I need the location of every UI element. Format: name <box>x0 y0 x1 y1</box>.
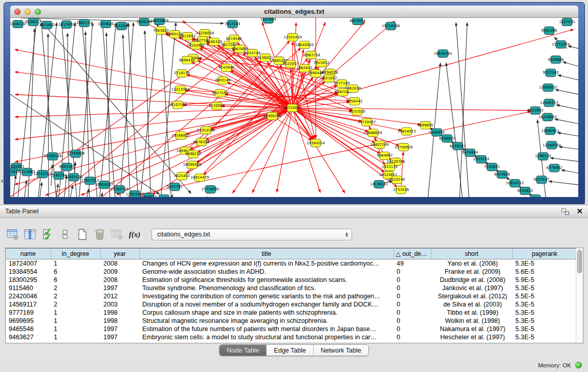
table-cell[interactable]: Dudbridge et al. (2008) <box>431 276 512 284</box>
table-cell[interactable]: 9699695 <box>6 317 51 325</box>
graph-node[interactable]: 8427552 <box>212 90 228 97</box>
graph-node[interactable]: 15692951 <box>541 127 559 135</box>
table-cell[interactable]: 0 <box>394 292 431 300</box>
table-cell[interactable]: 1 <box>51 259 100 268</box>
table-cell[interactable]: 5.5E-5 <box>512 292 577 300</box>
tab-node-table[interactable]: Node Table <box>220 345 266 356</box>
graph-node[interactable]: 9227343 <box>543 69 559 77</box>
table-row[interactable]: 1830029562008Estimation of significance … <box>6 276 577 284</box>
graph-node[interactable]: 12160544 <box>542 141 561 149</box>
graph-node[interactable]: 7632621 <box>484 163 500 171</box>
window-titlebar[interactable]: citations_edges.txt <box>10 6 578 18</box>
table-row[interactable]: 2242004622012Investigating the contribut… <box>6 292 577 300</box>
graph-node[interactable]: 7625402 <box>174 172 190 180</box>
float-panel-icon[interactable] <box>561 208 569 215</box>
table-row[interactable]: 969969511998Structural magnetic resonanc… <box>6 317 577 325</box>
table-cell[interactable]: Investigating the contribution of common… <box>139 292 394 300</box>
table-cell[interactable]: 5.3E-5 <box>512 259 577 268</box>
table-cell[interactable]: 5.3E-5 <box>512 300 577 309</box>
table-cell[interactable]: Genome-wide association studies in ADHD. <box>139 268 394 276</box>
table-cell[interactable]: 9463627 <box>6 333 51 341</box>
graph-node[interactable]: 18640910 <box>295 41 314 49</box>
graph-node[interactable]: 10688639 <box>364 129 382 137</box>
graph-node[interactable]: 1617402 <box>58 20 74 28</box>
table-cell[interactable]: 6 <box>51 276 100 284</box>
graph-node[interactable]: 15751074 <box>552 40 570 48</box>
column-header-name[interactable]: name <box>6 249 51 259</box>
graph-node[interactable]: 9591266 <box>541 27 557 34</box>
graph-node[interactable]: 2002113 <box>76 19 92 27</box>
table-cell[interactable]: 14569117 <box>6 300 51 309</box>
table-body[interactable]: 1872400712008Changes of HCN gene express… <box>6 259 577 341</box>
graph-node[interactable]: 1527604 <box>260 18 277 23</box>
graph-node[interactable]: 8215953 <box>528 107 543 115</box>
graph-node[interactable]: 19654923 <box>398 127 416 135</box>
graph-node[interactable]: 19756928 <box>395 143 413 151</box>
left-splitter-collapse-handle[interactable] <box>1 179 3 183</box>
graph-node[interactable]: 2718176 <box>174 70 190 77</box>
graph-node[interactable]: 12213384 <box>171 86 190 94</box>
table-header-row[interactable]: namein_degreeyeartitle△ out_de…shortpage… <box>6 249 577 259</box>
graph-node[interactable]: 23226058 <box>196 29 214 37</box>
table-cell[interactable]: 1 <box>51 325 100 333</box>
column-header-out_de[interactable]: △ out_de… <box>394 249 431 259</box>
graph-node[interactable]: 16099489 <box>183 161 202 169</box>
table-cell[interactable]: 0 <box>394 333 431 341</box>
graph-node[interactable]: 9115460 <box>156 195 172 197</box>
table-cell[interactable]: 5.6E-5 <box>512 268 577 276</box>
table-cell[interactable]: 2009 <box>100 268 139 276</box>
table-row[interactable]: 911546021997Tourette syndrome. Phenomeno… <box>6 284 577 292</box>
memory-status-indicator[interactable] <box>575 362 582 368</box>
graph-node[interactable]: 6779402 <box>547 164 562 172</box>
table-cell[interactable]: 5.9E-5 <box>512 276 577 284</box>
table-cell[interactable]: 2 <box>51 284 100 292</box>
table-cell[interactable]: 18300295 <box>6 276 51 284</box>
table-cell[interactable]: 1997 <box>100 325 139 333</box>
graph-node[interactable]: 8471626 <box>494 171 510 179</box>
enable-columns-icon[interactable] <box>40 227 55 242</box>
table-cell[interactable]: 1997 <box>100 284 139 292</box>
table-cell[interactable]: Nakamura et al. (1997) <box>431 325 512 333</box>
graph-node[interactable]: 12342757 <box>33 170 52 178</box>
graph-node[interactable]: 1733426 <box>393 186 409 194</box>
graph-node[interactable]: 9329966 <box>548 56 564 63</box>
graph-node[interactable]: 9242848 <box>219 64 234 72</box>
table-cell[interactable]: 0 <box>394 317 431 325</box>
graph-node[interactable]: 12093832 <box>539 84 557 92</box>
graph-node[interactable]: 15718485 <box>202 186 220 193</box>
column-header-pagerank[interactable]: pagerank <box>512 249 577 259</box>
table-cell[interactable]: Franke et al. (2009) <box>431 268 512 276</box>
graph-node[interactable]: 16210643 <box>538 113 557 121</box>
table-cell[interactable]: Wolkin et al. (1998) <box>431 317 512 325</box>
table-cell[interactable]: Corpus callosum shape and size in male p… <box>139 309 394 317</box>
table-row[interactable]: 1938455462009Genome-wide association stu… <box>6 268 577 276</box>
graph-node[interactable]: 1206534 <box>535 152 552 160</box>
column-header-title[interactable]: title <box>139 249 394 259</box>
table-cell[interactable]: Changes of HCN gene expression and I(f) … <box>139 259 394 268</box>
table-cell[interactable]: 5.3E-5 <box>512 284 577 292</box>
table-cell[interactable]: 6 <box>51 268 100 276</box>
table-row[interactable]: 1872400712008Changes of HCN gene express… <box>6 259 577 268</box>
new-table-icon[interactable] <box>75 227 90 242</box>
close-panel-icon[interactable]: ✕ <box>576 208 583 215</box>
table-row[interactable]: 1456911722003Disruption of a novel membe… <box>6 300 577 309</box>
table-cell[interactable]: 5.3E-5 <box>512 325 577 333</box>
column-header-in_degree[interactable]: in_degree <box>51 249 100 259</box>
table-cell[interactable]: 1 <box>51 309 100 317</box>
table-cell[interactable]: 5.3E-5 <box>512 317 577 325</box>
graph-node[interactable]: 9699695 <box>418 121 433 129</box>
table-cell[interactable]: 2012 <box>100 292 139 300</box>
table-cell[interactable]: Tourette syndrome. Phenomenology and cla… <box>139 284 394 292</box>
table-cell[interactable]: 9777169 <box>6 309 51 317</box>
citation-graph[interactable]: 1872400779638228860128891295423226058982… <box>10 18 578 197</box>
table-cell[interactable]: 22420046 <box>6 292 51 300</box>
table-cell[interactable]: Hescheler et al. (1997) <box>431 333 512 341</box>
table-cell[interactable]: 9465546 <box>6 325 51 333</box>
table-cell[interactable]: 2 <box>51 300 100 309</box>
table-cell[interactable]: 0 <box>394 268 431 276</box>
table-row[interactable]: 946362711997Embryonic stem cells: a mode… <box>6 333 577 341</box>
table-cell[interactable]: Estimation of the future numbers of pati… <box>139 325 394 333</box>
table-cell[interactable]: 0 <box>394 284 431 292</box>
graph-node[interactable]: 7857224 <box>225 20 241 28</box>
table-cell[interactable]: 1997 <box>100 333 139 341</box>
